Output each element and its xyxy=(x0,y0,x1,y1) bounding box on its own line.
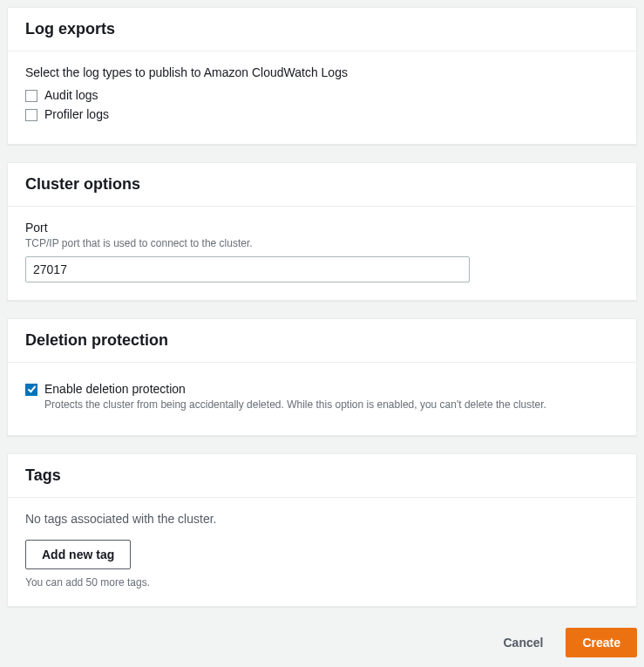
cluster-options-title: Cluster options xyxy=(25,175,619,194)
panel-header: Log exports xyxy=(8,8,636,51)
audit-logs-checkbox[interactable] xyxy=(25,90,37,102)
tags-empty-message: No tags associated with the cluster. xyxy=(25,512,619,526)
footer-actions: Cancel Create xyxy=(7,624,637,664)
enable-deletion-protection-hint: Protects the cluster from being accident… xyxy=(44,398,546,412)
port-label: Port xyxy=(25,221,619,235)
log-exports-title: Log exports xyxy=(25,20,619,38)
panel-header: Cluster options xyxy=(8,163,636,207)
deletion-protection-panel: Deletion protection Enable deletion prot… xyxy=(7,318,637,436)
profiler-logs-checkbox[interactable] xyxy=(25,109,37,121)
port-hint: TCP/IP port that is used to connect to t… xyxy=(25,236,619,251)
panel-body: Enable deletion protection Protects the … xyxy=(8,363,636,435)
tags-title: Tags xyxy=(25,466,619,485)
enable-deletion-protection-checkbox[interactable] xyxy=(25,384,37,396)
log-exports-description: Select the log types to publish to Amazo… xyxy=(25,65,619,79)
profiler-logs-row[interactable]: Profiler logs xyxy=(25,107,619,121)
panel-header: Tags xyxy=(8,454,636,498)
log-exports-panel: Log exports Select the log types to publ… xyxy=(7,7,637,145)
panel-header: Deletion protection xyxy=(8,319,636,363)
enable-deletion-protection-row[interactable]: Enable deletion protection Protects the … xyxy=(25,382,619,412)
profiler-logs-label: Profiler logs xyxy=(44,107,109,121)
tags-limit-hint: You can add 50 more tags. xyxy=(25,576,619,589)
cluster-options-panel: Cluster options Port TCP/IP port that is… xyxy=(7,162,637,301)
cancel-button[interactable]: Cancel xyxy=(487,628,559,657)
port-input[interactable] xyxy=(25,256,470,282)
panel-body: Port TCP/IP port that is used to connect… xyxy=(8,207,636,300)
panel-body: No tags associated with the cluster. Add… xyxy=(8,498,636,606)
tags-panel: Tags No tags associated with the cluster… xyxy=(7,453,637,607)
audit-logs-row[interactable]: Audit logs xyxy=(25,88,619,102)
audit-logs-label: Audit logs xyxy=(44,88,98,102)
enable-deletion-protection-label: Enable deletion protection xyxy=(44,382,546,396)
deletion-protection-title: Deletion protection xyxy=(25,331,619,350)
panel-body: Select the log types to publish to Amazo… xyxy=(8,51,636,144)
create-button[interactable]: Create xyxy=(566,628,637,657)
add-new-tag-button[interactable]: Add new tag xyxy=(25,540,131,569)
